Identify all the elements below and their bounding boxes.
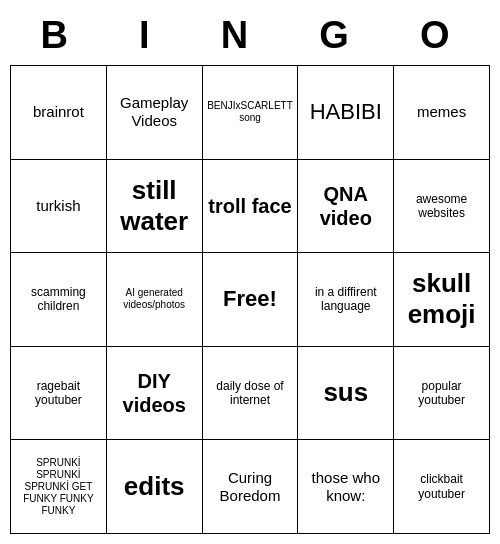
cell-4-4: clickbait youtuber xyxy=(394,440,490,534)
cell-0-2: BENJIxSCARLETT song xyxy=(202,66,298,160)
letter-n: N xyxy=(221,14,258,57)
cell-2-0: scamming children xyxy=(11,253,107,347)
cell-3-4: popular youtuber xyxy=(394,346,490,440)
cell-1-3: QNA video xyxy=(298,159,394,253)
cell-4-2: Curing Boredom xyxy=(202,440,298,534)
cell-0-1: Gameplay Videos xyxy=(106,66,202,160)
cell-2-1: AI generated videos/photos xyxy=(106,253,202,347)
cell-0-4: memes xyxy=(394,66,490,160)
cell-4-0: SPRUNKİ SPRUNKİ SPRUNKİ GET FUNKY FUNKY … xyxy=(11,440,107,534)
cell-4-3: those who know: xyxy=(298,440,394,534)
letter-b: B xyxy=(41,14,78,57)
cell-3-2: daily dose of internet xyxy=(202,346,298,440)
cell-0-3: HABIBI xyxy=(298,66,394,160)
cell-3-1: DIY videos xyxy=(106,346,202,440)
cell-2-3: in a diffirent language xyxy=(298,253,394,347)
cell-4-1: edits xyxy=(106,440,202,534)
cell-2-2: Free! xyxy=(202,253,298,347)
bingo-title: B I N G O xyxy=(10,10,490,65)
cell-1-2: troll face xyxy=(202,159,298,253)
cell-3-0: ragebait youtuber xyxy=(11,346,107,440)
bingo-grid: brainrotGameplay VideosBENJIxSCARLETT so… xyxy=(10,65,490,534)
cell-1-0: turkish xyxy=(11,159,107,253)
cell-1-4: awesome websites xyxy=(394,159,490,253)
cell-2-4: skull emoji xyxy=(394,253,490,347)
letter-o: O xyxy=(420,14,460,57)
cell-1-1: still water xyxy=(106,159,202,253)
cell-0-0: brainrot xyxy=(11,66,107,160)
letter-g: G xyxy=(319,14,359,57)
cell-3-3: sus xyxy=(298,346,394,440)
letter-i: I xyxy=(139,14,160,57)
